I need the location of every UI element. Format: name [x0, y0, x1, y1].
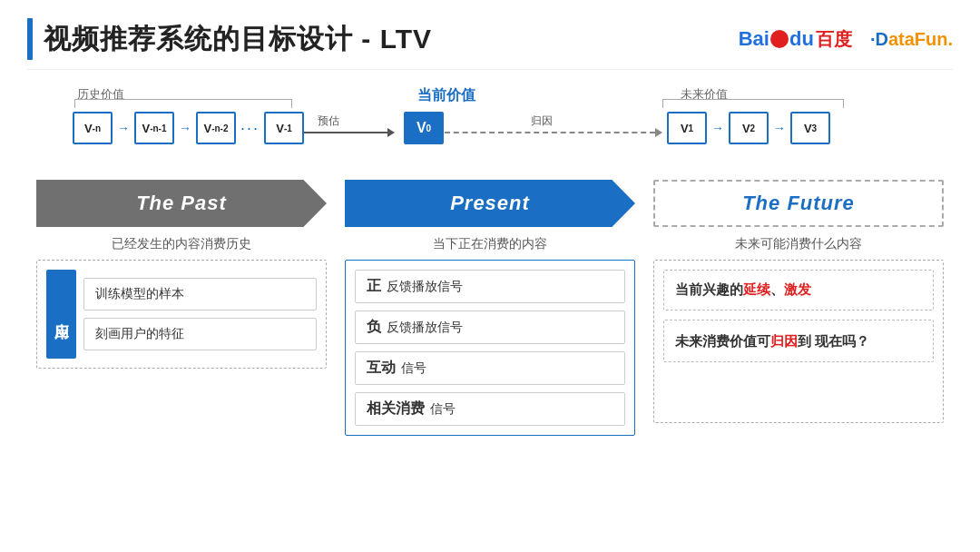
- datafun-logo: ·DataFun.: [870, 29, 953, 50]
- future-v-group: V1 → V2 → V3: [667, 112, 830, 144]
- present-section: Present 当下正在消费的内容 正 反馈播放信号 负 反馈播放信号 互动 信…: [336, 180, 644, 436]
- past-bracket: [74, 99, 292, 108]
- v-box-1: V1: [667, 112, 707, 144]
- header: 视频推荐系统的目标设计 - LTV Baidu 百度 ·DataFun.: [27, 18, 953, 70]
- v-box-2: V2: [729, 112, 769, 144]
- title-bar: 视频推荐系统的目标设计 - LTV: [27, 18, 432, 60]
- sections: The Past 已经发生的内容消费历史 应用 训练模型的样本 刻画用户的特征 …: [27, 180, 953, 436]
- past-header: The Past: [36, 180, 327, 227]
- past-items: 训练模型的样本 刻画用户的特征: [83, 270, 317, 359]
- past-item-1: 训练模型的样本: [83, 278, 317, 310]
- v-box-0: V0: [404, 112, 444, 144]
- present-title: Present: [450, 192, 530, 215]
- baidu-chinese: 百度: [816, 27, 852, 52]
- present-item-1: 正 反馈播放信号: [355, 270, 625, 303]
- arrow-to-future: [445, 128, 662, 137]
- label-attribute: 归因: [531, 113, 553, 129]
- title-accent: [27, 18, 33, 60]
- present-item-4: 相关消费 信号: [355, 392, 625, 426]
- past-content: 应用 训练模型的样本 刻画用户的特征: [36, 260, 327, 369]
- past-section: The Past 已经发生的内容消费历史 应用 训练模型的样本 刻画用户的特征: [27, 180, 336, 369]
- v-box-3: V3: [790, 112, 830, 144]
- timeline: 历史价值 当前价值 未来价值 V-n → V-n-1 → V-n-2 ··· V…: [27, 86, 953, 172]
- baidu-paw-icon: [770, 30, 789, 48]
- arrow-to-present: [295, 128, 395, 137]
- future-item-2: 未来消费价值可归因到 现在吗？: [663, 320, 934, 363]
- future-title: The Future: [742, 192, 855, 215]
- future-section: The Future 未来可能消费什么内容 当前兴趣的延续、激发 未来消费价值可…: [644, 180, 953, 423]
- future-header: The Future: [653, 180, 944, 227]
- past-subtitle: 已经发生的内容消费历史: [112, 236, 251, 252]
- v-box-minus1: V-1: [264, 112, 304, 144]
- v-box-n1: V-n-1: [134, 112, 174, 144]
- past-title: The Past: [136, 192, 227, 215]
- past-item-2: 刻画用户的特征: [83, 318, 317, 350]
- past-v-group: V-n → V-n-1 → V-n-2 ··· V-1: [73, 112, 304, 144]
- baidu-logo: Baidu 百度: [739, 27, 852, 52]
- present-item-3: 互动 信号: [355, 351, 625, 385]
- present-subtitle: 当下正在消费的内容: [433, 236, 547, 252]
- logo-area: Baidu 百度 ·DataFun.: [739, 27, 953, 52]
- future-bracket: [662, 99, 844, 108]
- future-content: 当前兴趣的延续、激发 未来消费价值可归因到 现在吗？: [653, 260, 944, 423]
- page: 视频推荐系统的目标设计 - LTV Baidu 百度 ·DataFun. 历史价…: [0, 0, 980, 552]
- present-header: Present: [345, 180, 635, 227]
- baidu-text: Baidu: [739, 27, 814, 51]
- label-predict: 预估: [318, 113, 339, 129]
- v-box-n: V-n: [73, 112, 113, 144]
- label-current: 当前价值: [417, 86, 475, 105]
- future-item-1: 当前兴趣的延续、激发: [663, 270, 934, 310]
- present-content: 正 反馈播放信号 负 反馈播放信号 互动 信号 相关消费 信号: [345, 260, 635, 436]
- page-title: 视频推荐系统的目标设计 - LTV: [44, 21, 432, 58]
- v-box-n2: V-n-2: [196, 112, 236, 144]
- present-item-2: 负 反馈播放信号: [355, 310, 625, 344]
- past-tag: 应用: [46, 270, 76, 359]
- future-subtitle: 未来可能消费什么内容: [735, 236, 862, 252]
